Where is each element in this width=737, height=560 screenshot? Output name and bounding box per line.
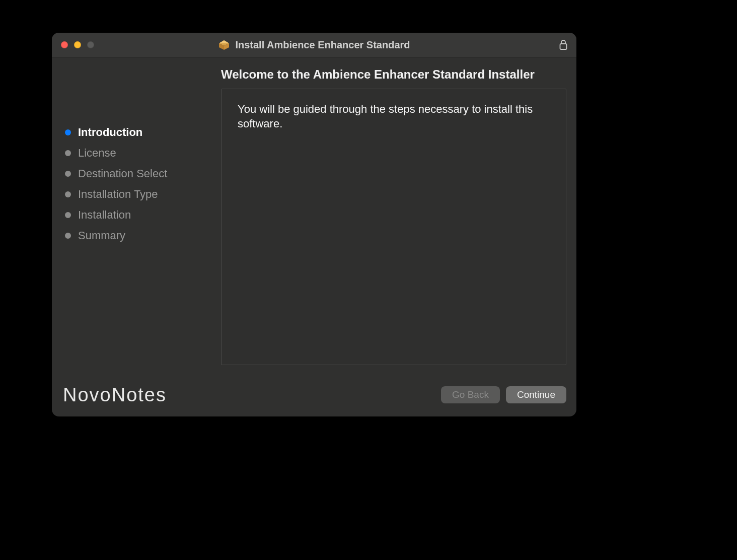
step-license: License [65, 143, 214, 163]
step-installation: Installation [65, 204, 214, 225]
window-title: Install Ambience Enhancer Standard [218, 39, 410, 51]
content-body-text: You will be guided through the steps nec… [238, 103, 533, 130]
steps-sidebar: Introduction License Destination Select … [52, 57, 214, 373]
step-installation-type: Installation Type [65, 184, 214, 204]
window-close-button[interactable] [61, 41, 68, 48]
step-label: Introduction [78, 126, 142, 139]
step-introduction: Introduction [65, 122, 214, 143]
step-bullet-icon [65, 150, 71, 156]
window-body: Introduction License Destination Select … [52, 57, 576, 373]
step-bullet-icon [65, 129, 71, 135]
window-controls [61, 33, 94, 57]
svg-marker-3 [219, 40, 229, 43]
step-label: Installation [78, 208, 131, 222]
package-icon [218, 39, 230, 51]
brand-logo: NovoNotes [63, 384, 167, 406]
step-label: License [78, 147, 116, 160]
step-destination-select: Destination Select [65, 163, 214, 184]
svg-rect-4 [560, 44, 567, 49]
step-label: Summary [78, 229, 125, 242]
step-bullet-icon [65, 171, 71, 177]
step-bullet-icon [65, 233, 71, 239]
step-label: Destination Select [78, 167, 167, 180]
page-heading: Welcome to the Ambience Enhancer Standar… [221, 64, 566, 89]
footer: NovoNotes Go Back Continue [52, 373, 576, 416]
main-panel: Welcome to the Ambience Enhancer Standar… [214, 57, 576, 373]
installer-window: Install Ambience Enhancer Standard Intro… [52, 33, 576, 416]
step-bullet-icon [65, 212, 71, 218]
lock-icon[interactable] [559, 33, 567, 57]
go-back-button: Go Back [441, 386, 500, 403]
step-bullet-icon [65, 191, 71, 197]
step-label: Installation Type [78, 188, 158, 201]
titlebar: Install Ambience Enhancer Standard [52, 33, 576, 57]
content-box: You will be guided through the steps nec… [221, 89, 566, 365]
window-minimize-button[interactable] [74, 41, 81, 48]
continue-button[interactable]: Continue [506, 386, 566, 403]
window-title-text: Install Ambience Enhancer Standard [235, 39, 410, 51]
window-maximize-button[interactable] [87, 41, 94, 48]
footer-buttons: Go Back Continue [441, 386, 566, 403]
step-summary: Summary [65, 225, 214, 246]
